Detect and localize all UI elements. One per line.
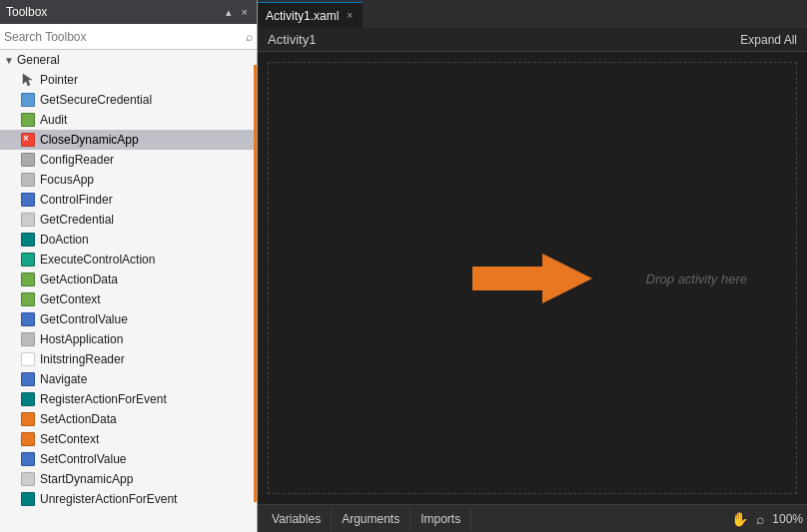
toolbox-title: Toolbox [6, 5, 47, 19]
hand-icon[interactable]: ✋ [731, 511, 748, 527]
toolbox-item-focusapp[interactable]: FocusApp [0, 170, 257, 190]
item-label: GetControlValue [40, 312, 128, 326]
toolbox-item-configreader[interactable]: ConfigReader [0, 150, 257, 170]
start-dynamic-app-icon [20, 471, 36, 487]
toolbox-item-closedynamicapp[interactable]: × CloseDynamicApp [0, 130, 257, 150]
toolbox-item-audit[interactable]: Audit [0, 110, 257, 130]
expand-all-button[interactable]: Expand All [740, 33, 797, 47]
item-label: SetActionData [40, 412, 117, 426]
set-context-icon [20, 431, 36, 447]
toolbox-item-navigate[interactable]: Navigate [0, 369, 257, 389]
item-label: FocusApp [40, 173, 94, 187]
unregister-action-icon [20, 491, 36, 507]
item-label: ConfigReader [40, 153, 114, 167]
toolbox-item-pointer[interactable]: Pointer [0, 70, 257, 90]
toolbox-item-hostapplication[interactable]: HostApplication [0, 329, 257, 349]
toolbox-item-setcontext[interactable]: SetContext [0, 429, 257, 449]
toolbox-header-controls: ▴ × [223, 5, 251, 20]
close-dynamic-app-icon: × [20, 132, 36, 148]
audit-icon [20, 112, 36, 128]
toolbox-search-bar: ⌕ [0, 24, 257, 50]
item-label: SetControlValue [40, 452, 127, 466]
bottom-tab-variables[interactable]: Variables [262, 508, 332, 530]
canvas-area: Activity1 Expand All Drop activity here [258, 28, 807, 504]
bottom-right-controls: ✋ ⌕ 100% [731, 511, 803, 527]
execute-control-action-icon [20, 252, 36, 267]
item-label: HostApplication [40, 332, 123, 346]
right-panel: Activity1.xaml × Activity1 Expand All Dr… [258, 0, 807, 532]
toolbox-item-registeractionforevent[interactable]: RegisterActionForEvent [0, 389, 257, 409]
toolbox-item-controlfinder[interactable]: ControlFinder [0, 190, 257, 210]
toolbox-item-getcredential[interactable]: GetCredential [0, 210, 257, 230]
item-label: Pointer [40, 73, 78, 87]
item-label: ControlFinder [40, 193, 113, 207]
svg-marker-0 [23, 74, 32, 86]
toolbox-panel: Toolbox ▴ × ⌕ ▼ General Pointer [0, 0, 258, 532]
orange-arrow [472, 249, 592, 308]
item-label: InitstringReader [40, 352, 125, 366]
bottom-bar: Variables Arguments Imports ✋ ⌕ 100% [258, 504, 807, 532]
svg-marker-1 [472, 254, 592, 303]
item-label: DoAction [40, 233, 89, 247]
toolbox-item-initstringreader[interactable]: InitstringReader [0, 349, 257, 369]
toolbox-content: ▼ General Pointer GetSecureCredential [0, 50, 257, 532]
toolbox-group-general[interactable]: ▼ General [0, 50, 257, 70]
tab-close-icon[interactable]: × [345, 9, 355, 22]
item-label: SetContext [40, 432, 99, 446]
bottom-tab-arguments[interactable]: Arguments [332, 508, 410, 530]
canvas-body[interactable]: Drop activity here [258, 52, 807, 504]
toolbox-item-setactiondata[interactable]: SetActionData [0, 409, 257, 429]
set-action-data-icon [20, 411, 36, 427]
get-secure-credential-icon [20, 92, 36, 108]
toolbox-item-unregisteractionforevent[interactable]: UnregisterActionForEvent [0, 489, 257, 509]
bottom-tab-imports[interactable]: Imports [410, 508, 471, 530]
set-control-value-icon [20, 451, 36, 467]
canvas-header: Activity1 Expand All [258, 28, 807, 52]
get-credential-icon [20, 212, 36, 228]
item-label: GetCredential [40, 213, 114, 227]
pin-icon[interactable]: ▴ [223, 5, 235, 20]
toolbox-item-startdynamicapp[interactable]: StartDynamicApp [0, 469, 257, 489]
main-layout: Toolbox ▴ × ⌕ ▼ General Pointer [0, 0, 807, 532]
item-label: GetContext [40, 292, 101, 306]
get-action-data-icon [20, 271, 36, 287]
search-input[interactable] [4, 30, 246, 44]
search-icon: ⌕ [246, 30, 253, 44]
search-bottom-icon[interactable]: ⌕ [756, 511, 764, 527]
drop-hint: Drop activity here [646, 270, 747, 285]
host-application-icon [20, 331, 36, 347]
group-arrow-icon: ▼ [4, 55, 14, 66]
close-icon[interactable]: × [239, 5, 251, 19]
control-finder-icon [20, 192, 36, 208]
tab-label: Activity1.xaml [266, 9, 339, 23]
canvas-title: Activity1 [268, 32, 316, 47]
toolbox-item-executecontrolaction[interactable]: ExecuteControlAction [0, 250, 257, 269]
item-label: GetActionData [40, 272, 118, 286]
config-reader-icon [20, 152, 36, 168]
get-context-icon [20, 291, 36, 307]
toolbox-item-doaction[interactable]: DoAction [0, 230, 257, 250]
tab-activity1[interactable]: Activity1.xaml × [258, 2, 363, 28]
group-label: General [17, 53, 60, 67]
item-label: Navigate [40, 372, 87, 386]
navigate-icon [20, 371, 36, 387]
initstring-reader-icon [20, 351, 36, 367]
item-label: CloseDynamicApp [40, 133, 139, 147]
do-action-icon [20, 232, 36, 248]
item-label: Audit [40, 113, 67, 127]
get-control-value-icon [20, 311, 36, 327]
zoom-level: 100% [772, 512, 803, 526]
pointer-icon [20, 72, 36, 88]
toolbox-item-getcontrolvalue[interactable]: GetControlValue [0, 309, 257, 329]
item-label: StartDynamicApp [40, 472, 133, 486]
register-action-icon [20, 391, 36, 407]
toolbox-item-getactiondata[interactable]: GetActionData [0, 269, 257, 289]
orange-bracket [254, 65, 257, 502]
focus-app-icon [20, 172, 36, 188]
toolbox-item-getsecurecredential[interactable]: GetSecureCredential [0, 90, 257, 110]
item-label: ExecuteControlAction [40, 253, 155, 266]
tab-bar: Activity1.xaml × [258, 0, 807, 28]
toolbox-item-setcontrolvalue[interactable]: SetControlValue [0, 449, 257, 469]
toolbox-header: Toolbox ▴ × [0, 0, 257, 24]
toolbox-item-getcontext[interactable]: GetContext [0, 289, 257, 309]
